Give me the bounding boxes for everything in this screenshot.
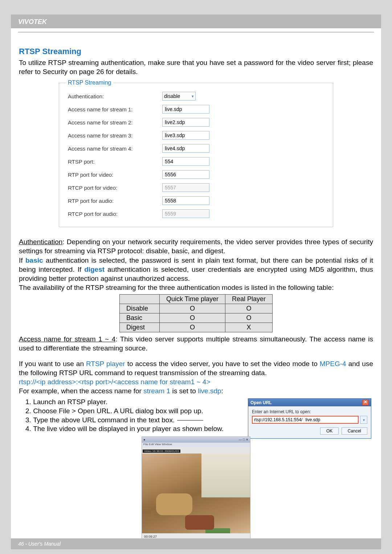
player-video-view — [142, 454, 250, 533]
compat-col-header: Quick Time player — [159, 294, 225, 304]
player-titlebar: ● — □ ✕ — [142, 437, 250, 443]
form-row: Authentication:disable▾ — [59, 90, 333, 103]
url-template: rtsp://<ip address>:<rtsp port>/<access … — [19, 377, 373, 386]
dialog-cancel-button[interactable]: Cancel — [342, 427, 367, 435]
dialog-label: Enter an Internet URL to open: — [252, 409, 367, 414]
example-line: For example, when the access name for st… — [19, 386, 373, 395]
form-label: Access name for stream 1: — [68, 106, 162, 112]
dialog-close-button[interactable]: ✕ — [362, 400, 369, 405]
rtsp-player-paragraph: If you want to use an RTSP player to acc… — [19, 359, 373, 377]
pointer-line — [177, 420, 203, 420]
compat-row-label: Basic — [119, 313, 159, 323]
steps-list: Launch an RTSP player. Choose File > Ope… — [25, 398, 243, 434]
auth-paragraph-1: Authentication: Depending on your networ… — [19, 237, 373, 255]
step-4: The live video will be displayed in your… — [33, 424, 243, 434]
form-row: Access name for stream 4: — [59, 142, 333, 155]
brand-logo: VIVOTEK — [18, 18, 47, 25]
form-input-4[interactable] — [162, 144, 209, 153]
dialog-url-dropdown-icon[interactable]: ▾ — [360, 416, 367, 424]
compat-cell: O — [159, 304, 225, 313]
compat-table: Quick Time playerReal Player DisableOOBa… — [119, 294, 273, 332]
form-label: Access name for stream 3: — [68, 132, 162, 139]
form-row: RTCP port for audio: — [59, 207, 333, 220]
compat-cell: O — [225, 313, 273, 323]
form-label: Authentication: — [68, 93, 162, 99]
compat-cell: X — [225, 323, 273, 332]
dialog-ok-button[interactable]: OK — [320, 427, 339, 435]
form-input-3[interactable] — [162, 131, 209, 140]
compat-row: BasicOO — [119, 313, 272, 323]
auth-paragraph-2: If basic authentication is selected, the… — [19, 256, 373, 283]
page-header: VIVOTEK — [11, 15, 381, 28]
form-label: RTP port for audio: — [68, 198, 162, 204]
compat-cell: O — [225, 304, 273, 313]
compat-cell: O — [159, 313, 225, 323]
dialog-title-text: Open URL — [250, 400, 272, 405]
compat-row-label: Digest — [119, 323, 159, 332]
form-label: Access name for stream 2: — [68, 119, 162, 126]
form-row: Access name for stream 2: — [59, 116, 333, 129]
step-3: Type the above URL command in the text b… — [33, 416, 243, 425]
form-label: RTP port for video: — [68, 172, 162, 178]
compat-col-header: Real Player — [225, 294, 273, 304]
chevron-down-icon: ▾ — [192, 94, 194, 99]
player-elapsed-time: 00:09:27 — [144, 535, 248, 538]
access-head: Access name for stream 1 ~ 4 — [19, 335, 115, 343]
form-input-2[interactable] — [162, 118, 209, 127]
dialog-url-input[interactable]: rtsp://192.168.5.151:554/live.sdp — [252, 416, 359, 424]
basic-keyword: basic — [25, 257, 43, 264]
form-row: RTCP port for video: — [59, 181, 333, 194]
step-1: Launch an RTSP player. — [33, 398, 243, 407]
form-label: RTSP port: — [68, 159, 162, 165]
compat-cell: O — [159, 323, 225, 332]
form-row: RTP port for audio: — [59, 194, 333, 207]
compat-row: DigestOX — [119, 323, 272, 332]
dialog-titlebar: Open URL ✕ — [248, 399, 371, 406]
open-url-dialog: Open URL ✕ Enter an Internet URL to open… — [248, 398, 371, 439]
compat-row-label: Disable — [119, 304, 159, 313]
auth-paragraph-3: The availability of the RTSP streaming f… — [19, 283, 373, 292]
player-menubar: File Edit View Window — [142, 443, 250, 447]
dialog-body: Enter an Internet URL to open: rtsp://19… — [248, 406, 371, 438]
player-preview-area: ● — □ ✕ File Edit View Window Video 16:3… — [19, 436, 373, 549]
form-input-6[interactable] — [162, 170, 209, 179]
authentication-select[interactable]: disable▾ — [162, 92, 196, 100]
page-container: VIVOTEK RTSP Streaming To utilize RTSP s… — [11, 15, 381, 549]
auth-head: Authentication — [19, 238, 62, 246]
intro-paragraph: To utilize RTSP streaming authentication… — [19, 58, 373, 76]
form-row: Access name for stream 1: — [59, 103, 333, 116]
player-mock-window: ● — □ ✕ File Edit View Window Video 16:3… — [142, 436, 250, 549]
form-input-7 — [162, 183, 209, 192]
form-input-1[interactable] — [162, 105, 209, 114]
content-area: RTSP Streaming To utilize RTSP streaming… — [11, 32, 381, 549]
form-label: RTCP port for video: — [68, 185, 162, 191]
form-label: RTCP port for audio: — [68, 211, 162, 217]
player-timestamp-badge: Video 16:38:01 2008/01/03 — [143, 450, 180, 453]
section-title: RTSP Streaming — [19, 47, 373, 56]
steps-and-dialog: Launch an RTSP player. Choose File > Ope… — [19, 398, 373, 439]
mpeg4-keyword: MPEG-4 — [320, 360, 346, 368]
page-number: 46 - User's Manual — [18, 541, 61, 547]
compat-row: DisableOO — [119, 304, 272, 313]
form-row: RTSP port: — [59, 155, 333, 168]
form-row: RTP port for video: — [59, 168, 333, 181]
form-legend: RTSP Streaming — [66, 79, 113, 86]
rtsp-player-keyword: RTSP player — [86, 360, 125, 368]
form-input-8[interactable] — [162, 196, 209, 205]
compat-col-header — [119, 294, 159, 304]
step-2: Choose File > Open URL. A URL dialog box… — [33, 407, 243, 416]
page-footer: 46 - User's Manual — [11, 538, 381, 549]
access-paragraph: Access name for stream 1 ~ 4: This video… — [19, 335, 373, 353]
form-input-5[interactable] — [162, 157, 209, 166]
rtsp-form-panel: RTSP Streaming Authentication:disable▾Ac… — [59, 83, 333, 227]
form-row: Access name for stream 3: — [59, 129, 333, 142]
form-input-9 — [162, 209, 209, 218]
player-title-dots: — □ ✕ — [239, 438, 249, 442]
digest-keyword: digest — [84, 266, 105, 273]
form-label: Access name for stream 4: — [68, 145, 162, 152]
